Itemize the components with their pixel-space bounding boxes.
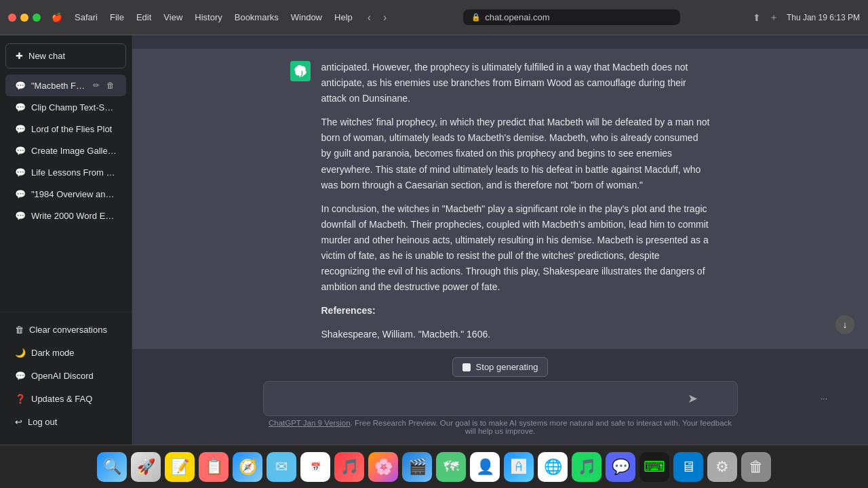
- sidebar-item-life-lessons[interactable]: 💬 Life Lessons From Marcus Au: [5, 162, 126, 183]
- openai-discord-label: OpenAI Discord: [31, 371, 94, 381]
- dock-vscode[interactable]: 🖥: [673, 452, 703, 482]
- footer-description: . Free Research Preview. Our goal is to …: [351, 419, 732, 435]
- chat-actions: ✏ 🗑: [91, 80, 117, 91]
- sidebar-bottom: 🗑 Clear conversations 🌙 Dark mode 💬 Open…: [0, 312, 132, 439]
- dock-music[interactable]: 🎵: [334, 452, 364, 482]
- back-button[interactable]: ‹: [363, 10, 375, 25]
- nav-buttons: ‹ ›: [363, 10, 391, 25]
- stop-generating-label: Stop generating: [476, 362, 538, 372]
- menu-history[interactable]: History: [195, 12, 222, 22]
- sidebar-item-macbeth-fate[interactable]: 💬 "Macbeth Fate and Am ✏ 🗑: [5, 75, 126, 96]
- dock-finder[interactable]: 🔍: [97, 452, 127, 482]
- dock-maps[interactable]: 🗺: [436, 452, 466, 482]
- content-area: anticipated. However, the prophecy is ul…: [132, 35, 868, 445]
- chat-list: 💬 "Macbeth Fate and Am ✏ 🗑 💬 Clip Champ …: [0, 71, 132, 312]
- addressbar-wrap: 🔒 chat.openai.com: [396, 9, 747, 25]
- new-chat-button[interactable]: ✚ New chat: [5, 43, 126, 68]
- dock-calendar[interactable]: 📅: [300, 452, 330, 482]
- menu-view[interactable]: View: [163, 12, 182, 22]
- dock-notes[interactable]: 📝: [165, 452, 195, 482]
- menu-bookmarks[interactable]: Bookmarks: [235, 12, 279, 22]
- chat-input[interactable]: [275, 393, 682, 404]
- new-chat-label: New chat: [28, 51, 65, 61]
- menu-window[interactable]: Window: [291, 12, 322, 22]
- maximize-button[interactable]: [33, 14, 41, 22]
- discord-icon: 💬: [15, 371, 26, 381]
- logout-button[interactable]: ↩ Log out: [5, 411, 126, 433]
- dock-trash[interactable]: 🗑: [741, 452, 771, 482]
- assistant-message-1: anticipated. However, the prophecy is ul…: [132, 49, 868, 349]
- chat-icon: 💬: [15, 124, 26, 134]
- plus-icon: ✚: [16, 51, 23, 61]
- titlebar: 🍎 Safari File Edit View History Bookmark…: [0, 0, 868, 35]
- forward-button[interactable]: ›: [379, 10, 391, 25]
- input-box: ··· ➤: [263, 381, 738, 416]
- dock-appstore[interactable]: 🅰: [504, 452, 534, 482]
- dock-contacts[interactable]: 👤: [470, 452, 500, 482]
- titlebar-right: ⬆ ＋ Thu Jan 19 6:13 PM: [753, 12, 860, 24]
- chat-icon: 💬: [15, 81, 26, 91]
- chat-icon: 💬: [15, 189, 26, 199]
- minimize-button[interactable]: [20, 14, 28, 22]
- send-button[interactable]: ➤: [682, 388, 703, 409]
- new-tab-icon[interactable]: ＋: [769, 12, 778, 24]
- share-icon[interactable]: ⬆: [753, 12, 761, 23]
- sidebar-item-lord-flies[interactable]: 💬 Lord of the Flies Plot: [5, 119, 126, 140]
- url-text: chat.openai.com: [485, 12, 549, 22]
- dark-mode-button[interactable]: 🌙 Dark mode: [5, 342, 126, 364]
- input-area: Stop generating ··· ➤ ChatGPT Jan 9 Vers…: [132, 349, 868, 445]
- edit-chat-button[interactable]: ✏: [91, 80, 102, 91]
- traffic-lights: [8, 14, 41, 22]
- chat-label: Life Lessons From Marcus Au: [31, 167, 117, 178]
- menu-bar: 🍎 Safari File Edit View History Bookmark…: [52, 12, 353, 22]
- lock-icon: 🔒: [471, 13, 481, 22]
- dock-spotify[interactable]: 🎵: [572, 452, 601, 482]
- chat-label: "1984 Overview and Summa: [31, 189, 117, 199]
- sidebar-item-1984[interactable]: 💬 "1984 Overview and Summa: [5, 184, 126, 205]
- bottom-area: ↓ Stop generating ··· ➤ ChatGPT Jan 9 Ve…: [132, 349, 868, 445]
- dock-launchpad[interactable]: 🚀: [131, 452, 161, 482]
- menu-help[interactable]: Help: [334, 12, 353, 22]
- sidebar-item-image-gallery[interactable]: 💬 Create Image Gallery Websit: [5, 140, 126, 161]
- stop-generating-button[interactable]: Stop generating: [452, 357, 549, 377]
- openai-discord-button[interactable]: 💬 OpenAI Discord: [5, 365, 126, 387]
- dock-terminal[interactable]: ⌨: [639, 452, 669, 482]
- delete-chat-button[interactable]: 🗑: [104, 80, 117, 91]
- updates-faq-button[interactable]: ❓ Updates & FAQ: [5, 388, 126, 410]
- dock-discord[interactable]: 💬: [606, 452, 635, 482]
- clear-conversations-button[interactable]: 🗑 Clear conversations: [5, 319, 126, 341]
- ellipsis-indicator: ···: [821, 394, 827, 403]
- sidebar-item-clip-champ[interactable]: 💬 Clip Champ Text-Speech Tut: [5, 97, 126, 118]
- chat-label: Clip Champ Text-Speech Tut: [31, 102, 117, 113]
- datetime-display: Thu Jan 19 6:13 PM: [787, 13, 860, 22]
- close-button[interactable]: [8, 14, 16, 22]
- menu-safari[interactable]: Safari: [75, 12, 98, 22]
- assistant-text-1: anticipated. However, the prophecy is ul…: [321, 60, 711, 349]
- menu-edit[interactable]: Edit: [136, 12, 151, 22]
- references-section: References: Shakespeare, William. "Macbe…: [321, 303, 711, 349]
- dock-photos[interactable]: 🌸: [368, 452, 398, 482]
- scroll-bottom-button[interactable]: ↓: [835, 315, 854, 334]
- menu-file[interactable]: File: [110, 12, 124, 22]
- chat-icon: 💬: [15, 146, 26, 156]
- dock-safari[interactable]: 🧭: [233, 452, 262, 482]
- addressbar[interactable]: 🔒 chat.openai.com: [463, 9, 680, 25]
- footer-version[interactable]: ChatGPT Jan 9 Version: [269, 419, 351, 427]
- dock-mail[interactable]: ✉: [267, 452, 296, 482]
- chat-label: Lord of the Flies Plot: [31, 124, 112, 134]
- avatar-gpt: [290, 61, 311, 81]
- clear-icon: 🗑: [15, 325, 24, 335]
- chat-icon: 💬: [15, 167, 26, 178]
- sidebar: ✚ New chat 💬 "Macbeth Fate and Am ✏ 🗑 💬 …: [0, 35, 132, 445]
- dock-chrome[interactable]: 🌐: [538, 452, 568, 482]
- menu-apple[interactable]: 🍎: [52, 12, 62, 22]
- stop-icon: [462, 363, 471, 371]
- chat-icon: 💬: [15, 211, 26, 221]
- messages-container[interactable]: anticipated. However, the prophecy is ul…: [132, 35, 868, 349]
- dock-system-prefs[interactable]: ⚙: [707, 452, 737, 482]
- dock-imovie[interactable]: 🎬: [402, 452, 432, 482]
- dark-mode-label: Dark mode: [31, 348, 75, 358]
- chat-label: "Macbeth Fate and Am: [31, 81, 85, 91]
- sidebar-item-essay[interactable]: 💬 Write 2000 Word Essay on M: [5, 205, 126, 226]
- dock-reminders[interactable]: 📋: [199, 452, 229, 482]
